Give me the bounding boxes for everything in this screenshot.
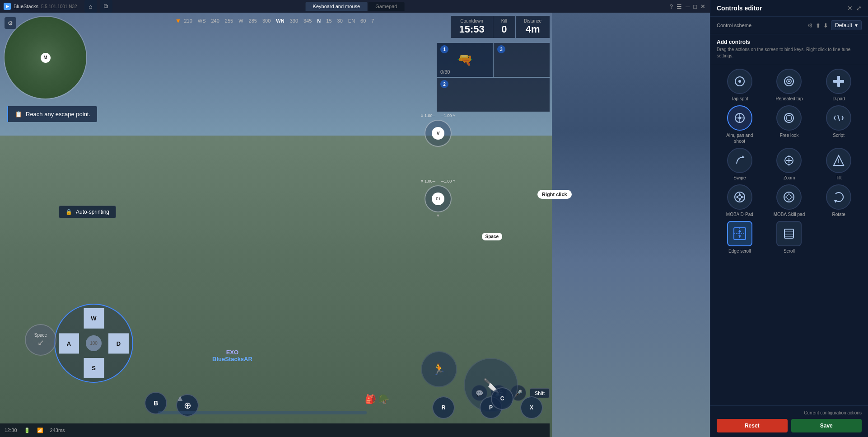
scheme-upload-icon[interactable]: ⬆ xyxy=(816,22,821,29)
add-controls-section: Add controls Drag the actions on the scr… xyxy=(710,34,868,64)
ammo-count: 0/30 xyxy=(440,69,450,75)
edge-scroll-icon[interactable] xyxy=(727,221,752,246)
space-bubble: Space xyxy=(482,233,502,240)
c-button[interactable]: C xyxy=(491,387,513,410)
v-node[interactable]: V xyxy=(432,127,444,140)
settings-icon[interactable]: ⚙ xyxy=(5,17,16,29)
scheme-dropdown[interactable]: Default ▾ xyxy=(831,20,862,30)
bluestacks-icon: ▶ xyxy=(4,3,11,10)
ctrl-moba-dpad[interactable]: MOBA D-Pad xyxy=(722,184,758,217)
menu-icon[interactable]: ☰ xyxy=(677,3,682,10)
scheme-value: Default xyxy=(835,22,852,28)
tab-gamepad[interactable]: Gamepad xyxy=(368,2,404,11)
time-display: 12:30 xyxy=(5,428,17,433)
script-label: Script xyxy=(833,132,845,138)
script-icon[interactable] xyxy=(826,105,851,131)
zoom-svg xyxy=(782,154,796,167)
aim-pan-shoot-label: Aim, pan and shoot xyxy=(722,132,758,144)
multi-instance-icon[interactable]: ⧉ xyxy=(100,0,112,13)
ctrl-moba-skill-pad[interactable]: MOBA Skill pad xyxy=(771,184,807,217)
reset-button[interactable]: Reset xyxy=(717,419,788,432)
dpad-left[interactable]: A xyxy=(59,333,79,353)
dpad-right[interactable]: D xyxy=(108,333,129,353)
r-button[interactable]: R xyxy=(432,396,455,419)
scroll-icon[interactable] xyxy=(776,221,802,246)
repeated-tap-icon[interactable] xyxy=(776,69,802,94)
ctrl-scroll[interactable]: Scroll xyxy=(771,221,807,254)
rotate-icon[interactable] xyxy=(826,184,851,210)
svg-marker-23 xyxy=(738,193,741,196)
aim-pan-shoot-icon[interactable] xyxy=(727,105,752,131)
zoom-icon[interactable] xyxy=(776,148,802,173)
battery-icon: 🔋 xyxy=(24,428,30,433)
ctrl-swipe[interactable]: Swipe xyxy=(722,148,758,181)
ctrl-free-look[interactable]: Free look xyxy=(771,105,807,144)
dpad-circle[interactable]: W A D S 100 xyxy=(54,304,133,383)
help-icon[interactable]: ? xyxy=(670,3,673,10)
scheme-settings-icon[interactable]: ⚙ xyxy=(807,22,813,29)
moba-skill-pad-icon[interactable] xyxy=(776,184,802,210)
free-look-icon[interactable] xyxy=(776,105,802,131)
v-node-container[interactable]: X 1.00─ ─1.00 Y V xyxy=(425,120,452,147)
ctrl-tilt[interactable]: Tilt xyxy=(821,148,857,181)
jump-button[interactable]: Space ↙ xyxy=(25,324,56,356)
ctrl-aim-pan-shoot[interactable]: Aim, pan and shoot xyxy=(722,105,758,144)
script-svg xyxy=(832,111,845,125)
compass-en: EN xyxy=(345,18,358,23)
f1-node-container[interactable]: X 1.00─ ─1.00 Y F1 ▼ xyxy=(425,185,452,212)
scheme-share-icon[interactable]: ⬇ xyxy=(823,22,828,29)
f1-node-xy: X 1.00─ ─1.00 Y xyxy=(420,179,455,183)
ctrl-row-1: Tap spot Repeated tap xyxy=(717,69,862,102)
ctrl-tap-spot[interactable]: Tap spot xyxy=(722,69,758,102)
minimize-icon[interactable]: ─ xyxy=(686,3,690,10)
maximize-icon[interactable]: □ xyxy=(693,3,697,10)
tilt-icon[interactable] xyxy=(826,148,851,173)
moba-skill-pad-svg xyxy=(782,190,796,204)
up-arrow-btn[interactable]: ▲ xyxy=(176,394,184,403)
ctrl-d-pad[interactable]: D-pad xyxy=(821,69,857,102)
swipe-label: Swipe xyxy=(733,175,746,181)
moba-dpad-icon[interactable] xyxy=(727,184,752,210)
ping-display: 243ms xyxy=(50,428,65,433)
d-pad-icon[interactable] xyxy=(826,69,851,94)
f1-node[interactable]: F1 xyxy=(432,193,444,205)
tap-spot-icon[interactable] xyxy=(727,69,752,94)
r-button-container: R xyxy=(432,396,455,419)
swipe-icon[interactable] xyxy=(727,148,752,173)
hud-stats: Countdown 15:53 Kill 0 Distance 4m xyxy=(451,16,550,38)
compass-15: 15 xyxy=(323,18,334,23)
v-node-ring[interactable]: V xyxy=(425,120,452,147)
ctrl-rotate[interactable]: Rotate xyxy=(821,184,857,217)
x-button-container: X xyxy=(520,396,543,419)
svg-point-12 xyxy=(786,115,792,121)
kill-label: Kill xyxy=(501,19,507,23)
tab-keyboard-mouse[interactable]: Keyboard and mouse xyxy=(306,2,368,11)
dpad-container[interactable]: W A D S 100 xyxy=(54,304,133,383)
save-button[interactable]: Save xyxy=(791,419,862,432)
crouch-area[interactable]: 🏃 xyxy=(421,351,457,387)
close-icon[interactable]: ✕ xyxy=(700,3,705,10)
x-button[interactable]: X xyxy=(520,396,543,419)
ctrl-edge-scroll[interactable]: Edge scroll xyxy=(722,221,758,254)
scheme-select: ⚙ ⬆ ⬇ Default ▾ xyxy=(807,20,862,30)
ctrl-zoom[interactable]: Zoom xyxy=(771,148,807,181)
top-bar: ▶ BlueStacks 5.5.101.1001 N32 ⌂ ⧉ Keyboa… xyxy=(0,0,710,13)
svg-point-1 xyxy=(738,80,741,83)
jump-key-label: Space xyxy=(34,333,47,338)
panel-header: Controls editor ✕ ⤢ xyxy=(710,0,868,17)
panel-expand-icon[interactable]: ⤢ xyxy=(856,5,862,12)
weapon-slot-2[interactable]: 2 xyxy=(437,78,550,112)
weapon-slot-3[interactable]: 3 xyxy=(494,43,550,77)
svg-marker-38 xyxy=(738,235,741,238)
panel-close-icon[interactable]: ✕ xyxy=(847,5,853,12)
dpad-up[interactable]: W xyxy=(84,308,104,329)
dpad-down[interactable]: S xyxy=(84,358,104,378)
ctrl-repeated-tap[interactable]: Repeated tap xyxy=(771,69,807,102)
f1-node-ring[interactable]: F1 xyxy=(425,185,452,212)
scroll-label: Scroll xyxy=(784,248,795,254)
home-icon[interactable]: ⌂ xyxy=(84,0,97,13)
svg-rect-6 xyxy=(833,80,844,83)
weapon-slot-1[interactable]: 1 🔫 0/30 xyxy=(437,43,493,77)
weapon-icon-1: 🔫 xyxy=(457,52,473,67)
ctrl-script[interactable]: Script xyxy=(821,105,857,144)
